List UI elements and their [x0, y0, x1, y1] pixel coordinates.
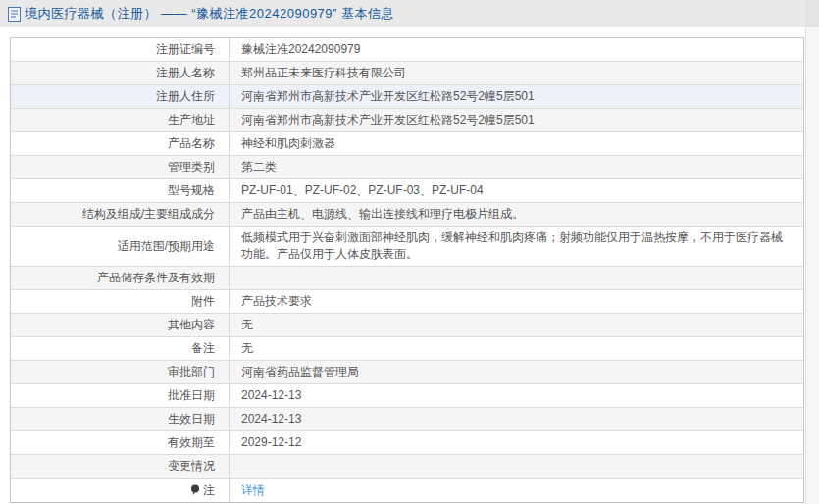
row-value: 无 [230, 314, 803, 336]
row-value: 第二类 [230, 156, 803, 178]
registration-detail-page: 境内医疗器械（注册） —— “豫械注准20242090979” 基本信息 注册证… [0, 0, 819, 504]
row-value: 产品技术要求 [230, 290, 803, 313]
row-value: 郑州品正未来医疗科技有限公司 [230, 62, 803, 84]
document-icon [8, 7, 21, 22]
row-value: 低频模式用于兴奋刺激面部神经肌肉，缓解神经和肌肉疼痛；射频功能仅用于温热按摩，不… [230, 227, 803, 266]
row-label: 生效日期 [11, 408, 230, 430]
table-row: 产品名称 神经和肌肉刺激器 [11, 132, 803, 156]
row-label: 变更情况 [11, 455, 230, 478]
row-label: 注 [11, 479, 230, 502]
vertical-scrollbar[interactable] [805, 27, 819, 504]
row-value: 2024-12-13 [230, 384, 803, 407]
row-label: 管理类别 [11, 156, 230, 178]
table-row: 注册人名称 郑州品正未来医疗科技有限公司 [11, 62, 803, 85]
table-row: 注册证编号 豫械注准20242090979 [11, 38, 803, 62]
table-row: 适用范围/预期用途 低频模式用于兴奋刺激面部神经肌肉，缓解神经和肌肉疼痛；射频功… [11, 227, 803, 267]
row-label: 有效期至 [11, 431, 230, 454]
row-value: 2029-12-12 [230, 431, 803, 454]
row-label: 型号规格 [11, 179, 230, 202]
row-label: 批准日期 [11, 384, 230, 407]
row-label: 注册人住所 [11, 85, 230, 108]
row-label: 审批部门 [11, 361, 230, 383]
row-label: 结构及组成/主要组成成分 [11, 203, 230, 226]
table-row: 其他内容 无 [11, 314, 803, 337]
note-label: 注 [203, 482, 215, 499]
row-label: 生产地址 [11, 109, 230, 131]
table-row: 批准日期 2024-12-13 [11, 384, 803, 408]
table-row: 管理类别 第二类 [11, 156, 803, 179]
details-link[interactable]: 详情 [241, 482, 265, 499]
table-row: 附件 产品技术要求 [11, 290, 803, 314]
registration-info-table: 注册证编号 豫械注准20242090979 注册人名称 郑州品正未来医疗科技有限… [10, 37, 804, 503]
row-value: 无 [230, 337, 803, 360]
row-label: 备注 [11, 337, 230, 360]
row-value: 河南省郑州市高新技术产业开发区红松路52号2幢5层501 [230, 85, 803, 108]
scrollbar-corner [805, 0, 819, 27]
table-row: 型号规格 PZ-UF-01、PZ-UF-02、PZ-UF-03、PZ-UF-04 [11, 179, 803, 203]
row-label: 产品名称 [11, 132, 230, 155]
row-value [230, 455, 803, 478]
row-label: 注册证编号 [11, 38, 230, 61]
row-label: 适用范围/预期用途 [11, 227, 230, 266]
page-title: 境内医疗器械（注册） —— “豫械注准20242090979” 基本信息 [25, 5, 394, 23]
row-label: 注册人名称 [11, 62, 230, 84]
table-row: 备注 无 [11, 337, 803, 361]
table-row: 产品储存条件及有效期 [11, 267, 803, 290]
row-value: PZ-UF-01、PZ-UF-02、PZ-UF-03、PZ-UF-04 [230, 179, 803, 202]
table-row: 生产地址 河南省郑州市高新技术产业开发区红松路52号2幢5层501 [11, 109, 803, 132]
note-balloon-icon [190, 484, 200, 496]
row-value: 豫械注准20242090979 [230, 38, 803, 61]
row-value: 神经和肌肉刺激器 [230, 132, 803, 155]
row-value: 详情 [230, 479, 803, 502]
table-row: 变更情况 [11, 455, 803, 479]
row-value: 河南省药品监督管理局 [230, 361, 803, 383]
table-row: 结构及组成/主要组成成分 产品由主机、电源线、输出连接线和理疗电极片组成。 [11, 203, 803, 227]
table-row-highlighted: 注册人住所 河南省郑州市高新技术产业开发区红松路52号2幢5层501 [11, 85, 803, 109]
row-label: 其他内容 [11, 314, 230, 336]
table-row: 有效期至 2029-12-12 [11, 431, 803, 455]
row-value: 2024-12-13 [230, 408, 803, 430]
row-value: 河南省郑州市高新技术产业开发区红松路52号2幢5层501 [230, 109, 803, 131]
row-label: 产品储存条件及有效期 [11, 267, 230, 289]
row-value [230, 267, 803, 289]
table-row: 审批部门 河南省药品监督管理局 [11, 361, 803, 384]
row-value: 产品由主机、电源线、输出连接线和理疗电极片组成。 [230, 203, 803, 226]
row-label: 附件 [11, 290, 230, 313]
table-row-note: 注 详情 [11, 479, 803, 502]
page-header: 境内医疗器械（注册） —— “豫械注准20242090979” 基本信息 [0, 0, 819, 27]
table-row: 生效日期 2024-12-13 [11, 408, 803, 431]
